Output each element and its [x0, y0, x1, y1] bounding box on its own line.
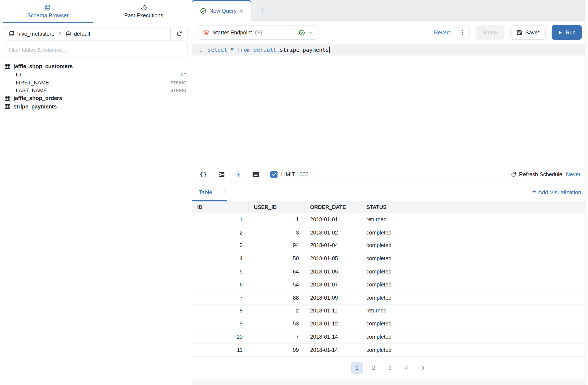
tab-table-results[interactable]: Table [199, 189, 212, 195]
column-type: INT [179, 72, 186, 77]
table-cell: 2018-01-14 [305, 344, 361, 356]
table-row: 4502018-01-05completed [192, 252, 588, 265]
table-row: 232018-01-02completed [192, 226, 588, 239]
table-name: jaffle_shop_orders [13, 95, 62, 101]
tab-past-executions[interactable]: Past Executions [96, 0, 192, 23]
schema-browser-panel: hive_metastore default jaffle_shop_custo… [0, 23, 192, 385]
table-row: 6542018-01-07completed [192, 278, 588, 291]
kebab-icon: ⋮ [460, 29, 466, 36]
table-cell: returned [361, 213, 423, 226]
bottom-strip [192, 379, 588, 385]
keyboard-shortcuts-button[interactable] [252, 171, 259, 178]
format-query-button[interactable]: {} [199, 171, 207, 178]
revert-button[interactable]: Revert [434, 29, 450, 36]
save-label: Save* [525, 29, 540, 36]
table-cell: 9 [192, 318, 249, 330]
query-toolbar: Starter Endpoint (S) Revert ⋮ Share Save… [192, 21, 588, 44]
table-cell: completed [361, 344, 423, 356]
sidebar-tab-label: Past Executions [124, 12, 163, 18]
endpoint-status-check-icon [299, 29, 305, 36]
table-cell: completed [361, 318, 423, 330]
save-button[interactable]: Save* [510, 25, 546, 40]
page-button-4[interactable]: 4 [400, 362, 412, 374]
refresh-schedule-label: Refresh Schedule [519, 171, 562, 178]
page-button-1[interactable]: 1 [351, 362, 363, 374]
endpoint-selector[interactable]: Starter Endpoint (S) [198, 25, 318, 40]
sql-editor[interactable]: 1 select * from default.stripe_payments [192, 44, 588, 166]
run-button[interactable]: Run [552, 25, 582, 40]
sidebar-tab-label: Schema Browser [27, 12, 69, 18]
tab-new-query[interactable]: New Query [192, 0, 251, 21]
table-row: 11992018-01-14completed [192, 344, 588, 357]
chevron-right-icon [58, 31, 62, 36]
table-cell: 99 [249, 344, 305, 356]
schema-table-item[interactable]: jaffle_shop_orders [4, 94, 188, 102]
results-tabbar: Table ⋮ + Add Visualization [192, 183, 588, 201]
table-cell: 2 [249, 304, 305, 317]
column-header[interactable]: ORDER_DATE [305, 201, 361, 213]
refresh-icon [176, 31, 182, 37]
table-cell: 54 [249, 278, 305, 291]
table-cell: 5 [192, 265, 249, 278]
limit-label: LIMIT 1000 [281, 171, 309, 178]
table-row: 1072018-01-14completed [192, 330, 588, 343]
share-button[interactable]: Share [475, 25, 504, 40]
table-row: 112018-01-01returned [192, 213, 588, 226]
table-cell-filler [423, 291, 588, 304]
schema-column-item[interactable]: LAST_NAMESTRING [4, 86, 188, 94]
table-cell: completed [361, 278, 423, 291]
schema-column-item[interactable]: FIRST_NAMESTRING [4, 78, 188, 86]
table-row: 3942018-01-04completed [192, 239, 588, 252]
table-cell: 2018-01-11 [305, 304, 361, 317]
braces-icon: {} [199, 171, 207, 178]
results-tab-kebab-icon[interactable]: ⋮ [221, 189, 227, 195]
table-row: 7882018-01-09completed [192, 291, 588, 304]
table-cell-filler [423, 213, 588, 226]
table-cell: 94 [249, 239, 305, 252]
table-icon [4, 64, 11, 69]
breadcrumb[interactable]: hive_metastore default [4, 27, 170, 40]
table-cell-filler [423, 239, 588, 252]
column-header[interactable]: ID [192, 201, 249, 213]
database-icon [45, 4, 51, 11]
page-button-3[interactable]: 3 [384, 362, 396, 374]
table-cell-filler [423, 318, 588, 330]
column-header[interactable]: STATUS [361, 201, 423, 213]
next-page-button[interactable] [417, 362, 429, 374]
clock-history-icon [141, 4, 147, 11]
tab-schema-browser[interactable]: Schema Browser [0, 0, 96, 23]
breadcrumb-schema[interactable]: default [74, 31, 90, 37]
refresh-schema-button[interactable] [170, 27, 188, 40]
auto-indent-button[interactable] [218, 171, 225, 178]
vertical-scrollbar[interactable] [585, 0, 588, 385]
filter-tables-input[interactable] [4, 43, 188, 57]
add-visualization-button[interactable]: + Add Visualization [532, 188, 581, 196]
table-cell: 7 [192, 291, 249, 304]
table-cell: 2018-01-05 [305, 252, 361, 265]
play-icon [558, 30, 563, 35]
check-circle-icon [200, 8, 206, 14]
database-icon [66, 31, 71, 37]
table-row: 5642018-01-05completed [192, 265, 588, 278]
breadcrumb-catalog[interactable]: hive_metastore [17, 31, 55, 37]
chevron-right-icon [420, 365, 426, 370]
table-cell: 2018-01-09 [305, 291, 361, 304]
table-cell: 6 [192, 278, 249, 291]
new-tab-button[interactable]: + [251, 0, 273, 20]
table-cell: completed [361, 226, 423, 239]
page-button-2[interactable]: 2 [367, 362, 379, 374]
table-cell: 7 [249, 330, 305, 343]
quick-run-button[interactable] [236, 171, 241, 178]
sql-endpoint-icon [203, 29, 210, 36]
schema-table-item[interactable]: jaffle_shop_customers [4, 62, 188, 71]
check-icon [271, 172, 276, 177]
table-cell: 64 [249, 265, 305, 278]
limit-checkbox[interactable] [270, 171, 277, 178]
refresh-schedule-value[interactable]: Never [566, 171, 580, 178]
schema-tree: jaffle_shop_customersIDINTFIRST_NAMESTRI… [4, 62, 188, 111]
schema-column-item[interactable]: IDINT [4, 71, 188, 78]
schema-table-item[interactable]: stripe_payments [4, 102, 188, 111]
column-header[interactable]: USER_ID [249, 201, 305, 213]
table-cell: 2018-01-07 [305, 278, 361, 291]
more-actions-button[interactable]: ⋮ [456, 25, 469, 39]
